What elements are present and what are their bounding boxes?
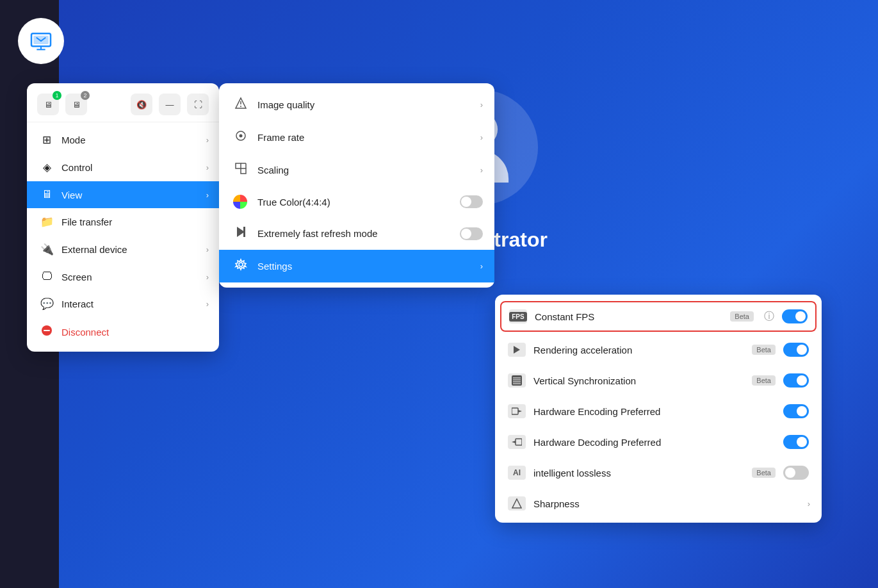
interact-icon: 💬	[40, 297, 54, 311]
fast-refresh-toggle-track[interactable]	[460, 227, 483, 240]
settings-item-intelligent-lossless[interactable]: AI intelligent lossless Beta	[495, 457, 822, 488]
hw-encoding-toggle[interactable]	[783, 404, 809, 418]
fullscreen-button[interactable]: ⛶	[187, 94, 209, 115]
scaling-label: Scaling	[257, 165, 289, 176]
intelligent-lossless-toggle[interactable]	[783, 466, 809, 480]
svg-rect-1	[33, 36, 48, 44]
submenu-image-quality[interactable]: Image quality ›	[219, 88, 494, 121]
mute-button[interactable]: 🔇	[131, 94, 152, 115]
svg-rect-16	[243, 227, 245, 237]
hw-encoding-knob	[797, 406, 807, 416]
rendering-accel-label: Rendering acceleration	[533, 345, 740, 355]
mode-arrow: ›	[206, 135, 209, 145]
submenu-fast-refresh[interactable]: Extremely fast refresh mode	[219, 217, 494, 250]
external-device-icon: 🔌	[40, 243, 54, 256]
minimize-button[interactable]: —	[159, 94, 181, 115]
menu-toolbar: 🖥 1 🖥 2 🔇 — ⛶	[27, 88, 219, 122]
vertical-sync-toggle-track[interactable]	[783, 373, 809, 388]
control-arrow: ›	[206, 163, 209, 172]
settings-item-sharpness[interactable]: Sharpness ›	[495, 488, 822, 519]
vertical-sync-knob	[797, 375, 807, 386]
submenu-frame-rate[interactable]: Frame rate ›	[219, 121, 494, 154]
sharpness-label: Sharpness	[533, 498, 809, 509]
menu-item-view[interactable]: 🖥 View ›	[27, 181, 219, 208]
screen1-button[interactable]: 🖥 1	[37, 94, 59, 115]
settings-item-constant-fps[interactable]: FPS Constant FPS Beta ⓘ	[500, 301, 817, 332]
vertical-sync-icon	[508, 373, 526, 388]
screen-icon: 🖵	[40, 270, 54, 283]
frame-rate-label: Frame rate	[257, 132, 304, 143]
svg-point-10	[240, 135, 243, 138]
settings-item-rendering-accel[interactable]: Rendering acceleration Beta	[495, 334, 822, 365]
menu-item-disconnect[interactable]: Disconnect	[27, 318, 219, 347]
vertical-sync-beta: Beta	[752, 375, 776, 386]
menu-item-mode[interactable]: ⊞ Mode ›	[27, 126, 219, 154]
file-transfer-label: File transfer	[61, 216, 112, 227]
settings-item-vertical-sync[interactable]: Vertical Synchronization Beta	[495, 365, 822, 396]
settings-panel: FPS Constant FPS Beta ⓘ Rendering accele…	[495, 295, 822, 523]
frame-rate-icon	[233, 129, 248, 145]
intelligent-lossless-icon: AI	[508, 466, 526, 480]
sharpness-icon	[508, 496, 526, 510]
menu-item-file-transfer[interactable]: 📁 File transfer	[27, 208, 219, 236]
constant-fps-toggle-track[interactable]	[782, 309, 808, 323]
control-label: Control	[61, 162, 92, 173]
menu-item-external-device[interactable]: 🔌 External device ›	[27, 236, 219, 263]
constant-fps-icon: FPS	[509, 309, 527, 323]
hw-encoding-toggle-track[interactable]	[783, 404, 809, 418]
menu-item-control[interactable]: ◈ Control ›	[27, 154, 219, 181]
screen1-badge: 1	[53, 91, 61, 100]
screen2-button[interactable]: 🖥 2	[65, 94, 87, 115]
frame-rate-arrow: ›	[480, 133, 483, 142]
settings-arrow: ›	[480, 261, 483, 271]
true-color-toggle[interactable]	[460, 195, 483, 208]
interact-arrow: ›	[206, 299, 209, 309]
sharpness-arrow: ›	[808, 499, 810, 509]
settings-item-hw-encoding[interactable]: Hardware Encoding Preferred	[495, 396, 822, 427]
hw-decoding-toggle-track[interactable]	[783, 435, 809, 449]
external-device-arrow: ›	[206, 245, 209, 254]
rendering-accel-toggle-track[interactable]	[783, 343, 809, 357]
constant-fps-toggle[interactable]	[782, 309, 808, 323]
true-color-toggle-track[interactable]	[460, 195, 483, 208]
rendering-accel-toggle[interactable]	[783, 343, 809, 357]
submenu-true-color[interactable]: True Color(4:4:4)	[219, 186, 494, 217]
hw-encoding-label: Hardware Encoding Preferred	[533, 406, 776, 417]
minimize-icon: —	[166, 100, 174, 110]
screen2-badge: 2	[81, 91, 90, 100]
vertical-sync-toggle[interactable]	[783, 373, 809, 388]
scaling-icon	[233, 162, 248, 178]
submenu-settings[interactable]: Settings ›	[219, 250, 494, 282]
submenu-scaling[interactable]: Scaling ›	[219, 154, 494, 186]
app-icon[interactable]	[18, 18, 64, 64]
intelligent-lossless-beta: Beta	[752, 468, 776, 478]
rendering-accel-beta: Beta	[752, 345, 776, 355]
control-icon: ◈	[40, 161, 54, 174]
info-icon[interactable]: ⓘ	[764, 310, 774, 323]
mute-icon: 🔇	[136, 100, 147, 110]
fast-refresh-label: Extremely fast refresh mode	[257, 228, 378, 239]
hw-decoding-knob	[797, 437, 807, 447]
menu-item-screen[interactable]: 🖵 Screen ›	[27, 263, 219, 290]
settings-item-hw-decoding[interactable]: Hardware Decoding Preferred	[495, 427, 822, 457]
fast-refresh-toggle[interactable]	[460, 227, 483, 240]
hw-decoding-icon	[508, 435, 526, 449]
constant-fps-beta: Beta	[730, 311, 754, 322]
svg-rect-12	[241, 168, 246, 174]
screen-arrow: ›	[206, 272, 209, 282]
view-icon: 🖥	[40, 188, 54, 201]
svg-rect-19	[512, 375, 522, 386]
menu-item-interact[interactable]: 💬 Interact ›	[27, 290, 219, 318]
disconnect-icon	[40, 325, 54, 339]
settings-icon	[233, 258, 248, 274]
intelligent-lossless-toggle-track[interactable]	[783, 466, 809, 480]
svg-rect-24	[512, 408, 518, 414]
mode-label: Mode	[61, 135, 86, 145]
svg-marker-18	[514, 346, 520, 354]
constant-fps-label: Constant FPS	[535, 311, 719, 322]
fast-refresh-icon	[233, 225, 248, 241]
screen-label: Screen	[61, 272, 92, 282]
image-quality-label: Image quality	[257, 99, 314, 110]
hw-decoding-toggle[interactable]	[783, 435, 809, 449]
rendering-accel-knob	[797, 345, 807, 355]
